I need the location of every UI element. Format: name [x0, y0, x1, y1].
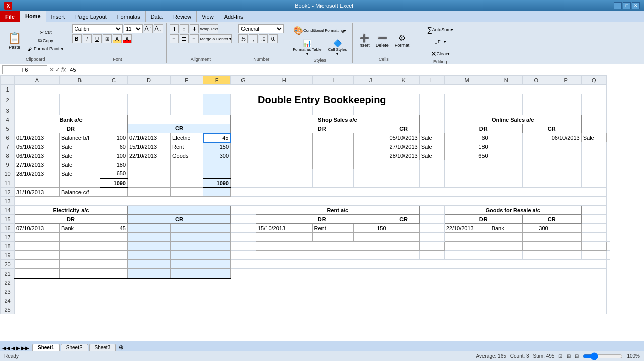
merge-center-btn[interactable]: Merge & Center ▾	[200, 34, 232, 43]
cell-P8[interactable]	[550, 151, 581, 160]
cell-L2[interactable]	[419, 94, 444, 106]
cell-M2[interactable]	[444, 94, 490, 106]
cell-J6[interactable]	[353, 133, 388, 142]
number-format-select[interactable]: General Number Currency Percentage	[238, 24, 284, 33]
cell-K8[interactable]: 28/10/2013	[388, 151, 419, 160]
col-header-Q[interactable]: Q	[581, 76, 606, 85]
cell-J8[interactable]	[353, 151, 388, 160]
cell-M6[interactable]: 60	[444, 133, 490, 142]
cell-E9[interactable]	[171, 160, 203, 169]
cell-L9[interactable]	[419, 160, 444, 169]
decrease-font-btn[interactable]: A↓	[154, 24, 163, 33]
cell-K11[interactable]	[388, 178, 419, 188]
paste-button[interactable]: 📋 Paste	[5, 30, 24, 51]
sheet-nav-prev[interactable]: ◀	[11, 345, 15, 351]
sheet-tab-1[interactable]: Sheet1	[32, 344, 60, 351]
cell-L7[interactable]: Sale	[419, 142, 444, 151]
cell-P10[interactable]	[550, 169, 581, 178]
align-middle-btn[interactable]: ↕	[180, 24, 189, 33]
cell-N8[interactable]	[490, 151, 522, 160]
align-left-btn[interactable]: ≡	[170, 34, 179, 43]
cell-K5[interactable]: CR	[388, 124, 419, 133]
cell-H4[interactable]: Shop Sales a/c	[256, 115, 420, 124]
cell-D5[interactable]: CR	[128, 124, 231, 133]
col-header-B[interactable]: B	[60, 76, 100, 85]
underline-button[interactable]: U	[93, 34, 102, 43]
cell-M8[interactable]: 650	[444, 151, 490, 160]
cell-D4[interactable]	[128, 115, 231, 124]
col-header-L[interactable]: L	[419, 76, 444, 85]
cell-E3[interactable]	[171, 106, 203, 115]
cell-N11[interactable]	[490, 178, 522, 188]
font-name-select[interactable]: Calibri Arial Times New Roman	[72, 24, 123, 33]
row-num-12[interactable]: 12	[1, 188, 15, 197]
tab-formulas[interactable]: Formulas	[112, 11, 146, 22]
view-normal-btn[interactable]: ⊡	[558, 353, 562, 359]
maximize-btn[interactable]: □	[623, 2, 631, 9]
col-header-O[interactable]: O	[522, 76, 550, 85]
cell-N6[interactable]	[490, 133, 522, 142]
cell-N3[interactable]	[490, 106, 522, 115]
align-top-btn[interactable]: ⬆	[170, 24, 179, 33]
cell-G9[interactable]	[231, 160, 256, 169]
cell-O10[interactable]	[522, 169, 550, 178]
bold-button[interactable]: B	[72, 34, 82, 43]
cell-O9[interactable]	[522, 160, 550, 169]
cell-Q5[interactable]	[581, 124, 606, 133]
cell-K2[interactable]	[388, 94, 419, 106]
cell-N7[interactable]	[490, 142, 522, 151]
cell-A10[interactable]: 28/10/2013	[15, 169, 60, 178]
cell-G2[interactable]	[231, 94, 256, 106]
cell-H2[interactable]: Double Entry Bookkeeping	[256, 94, 388, 106]
font-color-button[interactable]: A	[123, 34, 132, 43]
cell-M7[interactable]: 180	[444, 142, 490, 151]
cell-M11[interactable]	[444, 178, 490, 188]
cell-styles-btn[interactable]: 🔷 Cell Styles▾	[325, 38, 349, 58]
formula-input[interactable]	[68, 67, 642, 73]
minimize-btn[interactable]: ─	[614, 2, 622, 9]
cell-P3[interactable]	[550, 106, 581, 115]
col-header-A[interactable]: A	[15, 76, 60, 85]
cell-A9[interactable]: 27/10/2013	[15, 160, 60, 169]
row-num-10[interactable]: 10	[1, 169, 15, 178]
cell-C11[interactable]: 1090	[100, 178, 128, 188]
align-right-btn[interactable]: ≡	[190, 34, 199, 43]
cell-F6[interactable]: 45	[203, 133, 231, 142]
cell-B3[interactable]	[60, 106, 100, 115]
cell-A7[interactable]: 05/10/2013	[15, 142, 60, 151]
cell-O7[interactable]	[522, 142, 550, 151]
row-num-3[interactable]: 3	[1, 106, 15, 115]
cell-E12[interactable]	[171, 188, 203, 197]
tab-review[interactable]: Review	[168, 11, 197, 22]
align-center-btn[interactable]: ☰	[180, 34, 189, 43]
tab-home[interactable]: Home	[20, 11, 46, 22]
cell-D11[interactable]	[128, 178, 171, 188]
insert-cells-btn[interactable]: ➕ Insert	[356, 32, 372, 49]
close-btn[interactable]: ✕	[632, 2, 640, 9]
cell-D6[interactable]: 07/10/2013	[128, 133, 171, 142]
cell-M4[interactable]: Online Sales a/c	[444, 115, 581, 124]
sheet-nav-next[interactable]: ▶	[16, 345, 20, 351]
cell-F12[interactable]	[203, 188, 231, 197]
name-box[interactable]	[2, 65, 47, 74]
row-num-2[interactable]: 2	[1, 94, 15, 106]
autosum-btn[interactable]: ∑ AutoSum▾	[425, 24, 456, 35]
tab-view[interactable]: View	[197, 11, 219, 22]
cell-P9[interactable]	[550, 160, 581, 169]
cell-L5[interactable]	[419, 124, 444, 133]
cell-P6[interactable]: 06/10/2013	[550, 133, 581, 142]
cell-I9[interactable]	[312, 160, 353, 169]
cell-J7[interactable]	[353, 142, 388, 151]
italic-button[interactable]: I	[83, 34, 92, 43]
col-header-D[interactable]: D	[128, 76, 171, 85]
cell-O11[interactable]	[522, 178, 550, 188]
col-header-M[interactable]: M	[444, 76, 490, 85]
cell-C2[interactable]	[100, 94, 128, 106]
conditional-formatting-btn[interactable]: 🎨 Conditional Formatting▾	[291, 24, 349, 37]
cell-H5[interactable]: DR	[256, 124, 388, 133]
decrease-decimal-btn[interactable]: 0.	[269, 34, 278, 43]
col-header-E[interactable]: E	[171, 76, 203, 85]
cell-H7[interactable]	[256, 142, 313, 151]
cell-A11[interactable]	[15, 178, 60, 188]
zoom-slider[interactable]	[583, 353, 623, 359]
